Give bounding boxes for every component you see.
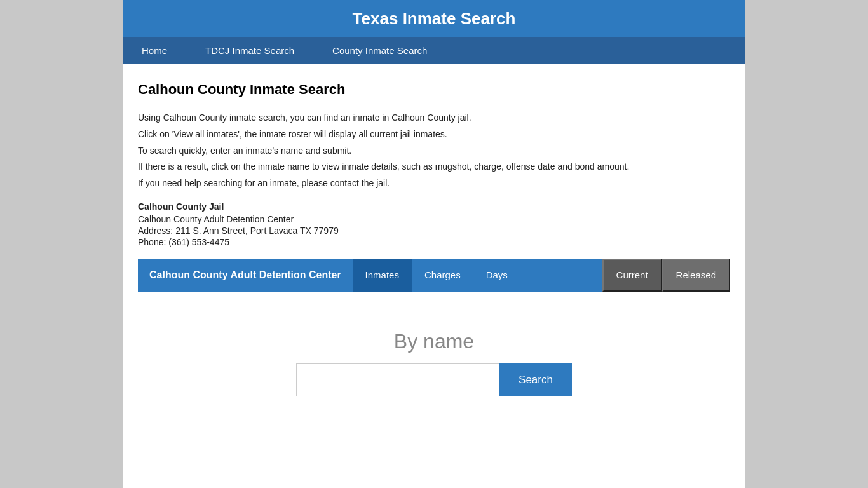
status-tab-group: Current Released: [602, 259, 730, 292]
nav-item-county[interactable]: County Inmate Search: [313, 37, 446, 64]
jail-facility: Calhoun County Adult Detention Center: [138, 214, 730, 224]
tab-current[interactable]: Current: [602, 259, 662, 292]
bar-spacer: [520, 259, 602, 292]
jail-name: Calhoun County Jail: [138, 201, 730, 212]
nav-item-tdcj[interactable]: TDCJ Inmate Search: [186, 37, 313, 64]
desc-line-2: Click on 'View all inmates', the inmate …: [138, 127, 730, 142]
tab-charges[interactable]: Charges: [412, 259, 473, 292]
desc-line-1: Using Calhoun County inmate search, you …: [138, 111, 730, 126]
content-area: Calhoun County Inmate Search Using Calho…: [123, 64, 745, 447]
description-block: Using Calhoun County inmate search, you …: [138, 111, 730, 191]
main-nav: Home TDCJ Inmate Search County Inmate Se…: [123, 37, 745, 64]
jail-phone: Phone: (361) 553-4475: [138, 237, 730, 247]
detention-tab-group: Inmates Charges Days: [353, 259, 520, 292]
search-section: By name Search: [138, 330, 730, 422]
by-name-label: By name: [138, 330, 730, 353]
site-title: Texas Inmate Search: [353, 9, 516, 28]
tab-inmates[interactable]: Inmates: [353, 259, 412, 292]
desc-line-3: To search quickly, enter an inmate's nam…: [138, 144, 730, 159]
search-input[interactable]: [296, 363, 499, 396]
detention-bar: Calhoun County Adult Detention Center In…: [138, 259, 730, 292]
desc-line-4: If there is a result, click on the inmat…: [138, 159, 730, 175]
site-header: Texas Inmate Search: [123, 0, 745, 37]
jail-info: Calhoun County Jail Calhoun County Adult…: [138, 201, 730, 247]
search-button[interactable]: Search: [499, 363, 572, 396]
search-form: Search: [138, 363, 730, 396]
detention-bar-title: Calhoun County Adult Detention Center: [138, 259, 353, 292]
nav-item-home[interactable]: Home: [123, 37, 186, 64]
tab-days[interactable]: Days: [473, 259, 520, 292]
page-heading: Calhoun County Inmate Search: [138, 81, 730, 98]
jail-address: Address: 211 S. Ann Street, Port Lavaca …: [138, 226, 730, 236]
tab-released[interactable]: Released: [662, 259, 730, 292]
desc-line-5: If you need help searching for an inmate…: [138, 176, 730, 191]
